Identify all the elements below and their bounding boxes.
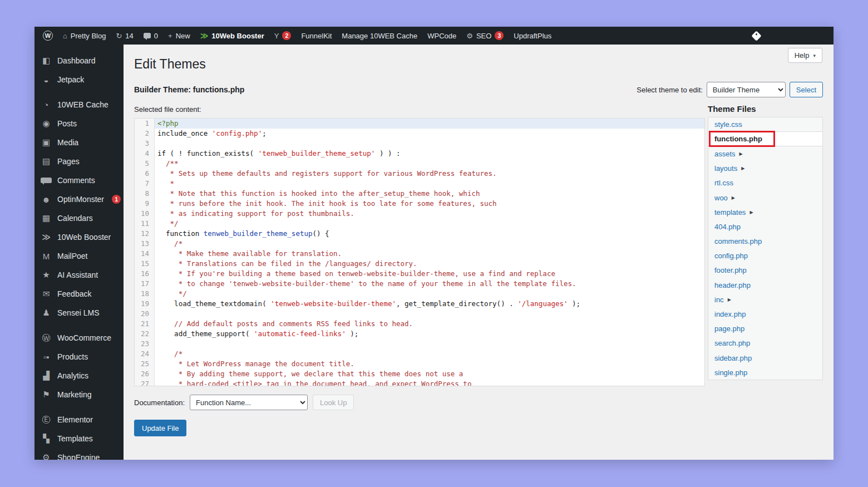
code-line[interactable]: 11 */ (135, 219, 704, 229)
adminbar-item-updates[interactable]: ↻14 (111, 27, 138, 45)
sidebar-item-shopengine[interactable]: ⚙ShopEngine (34, 448, 124, 460)
code-line[interactable]: 2include_once 'config.php'; (135, 129, 704, 139)
sidebar-item-dashboard[interactable]: ◧Dashboard (34, 51, 124, 70)
code-line[interactable]: 6 * Sets up theme defaults and registers… (135, 169, 704, 179)
theme-file-single-php[interactable]: single.php (708, 365, 822, 380)
adminbar-item-seo[interactable]: ⚙SEO3 (461, 27, 509, 45)
adminbar-item-tag[interactable] (748, 27, 765, 45)
theme-file-label: assets (714, 150, 736, 158)
adminbar-item-funnelkit-notifications[interactable]: Y2 (269, 27, 297, 45)
code-line[interactable]: 16 * If you're building a theme based on… (135, 269, 704, 279)
sidebar-item-label: OptinMonster (57, 195, 104, 204)
theme-file-label: layouts (714, 164, 737, 173)
sidebar-item-elementor[interactable]: ⒺElementor (34, 410, 124, 429)
code-line-text: /** (155, 159, 704, 169)
theme-files-title: Theme Files (708, 101, 823, 114)
code-line[interactable]: 4if ( ! function_exists( 'tenweb_builder… (135, 149, 704, 159)
code-line[interactable]: 25 * Let WordPress manage the document t… (135, 359, 704, 369)
sidebar-item-feedback[interactable]: ✉Feedback (34, 284, 124, 303)
code-line[interactable]: 15 * Translations can be filed in the /l… (135, 259, 704, 269)
sidebar-item-posts[interactable]: ◉Posts (34, 114, 124, 133)
theme-file-404-php[interactable]: 404.php (708, 219, 822, 234)
code-line[interactable]: 19 load_theme_textdomain( 'tenweb-websit… (135, 299, 704, 309)
code-line-text (155, 309, 704, 319)
sidebar-item-comments[interactable]: Comments (34, 171, 124, 190)
theme-select[interactable]: Builder Theme (707, 82, 786, 97)
lookup-button[interactable]: Look Up (313, 395, 354, 410)
code-line[interactable]: 12 function tenweb_builder_theme_setup()… (135, 229, 704, 239)
tag-icon (751, 31, 761, 41)
sidebar-item-media[interactable]: ▣Media (34, 133, 124, 152)
sidebar-item-analytics[interactable]: ▟Analytics (34, 366, 124, 385)
theme-file-style-css[interactable]: style.css (708, 117, 822, 132)
code-line[interactable]: 8 * Note that this function is hooked in… (135, 189, 704, 199)
adminbar-item-wpcode[interactable]: WPCode (422, 27, 461, 45)
theme-file-comments-php[interactable]: comments.php (708, 234, 822, 249)
sidebar-item-sensei-lms[interactable]: ♟Sensei LMS (34, 303, 124, 322)
adminbar-item-tenweb-booster[interactable]: ≫10Web Booster (195, 27, 269, 45)
code-line[interactable]: 5 /** (135, 159, 704, 169)
adminbar-item-comments[interactable]: 0 (139, 27, 163, 45)
elementor-icon: Ⓔ (41, 415, 52, 425)
code-line[interactable]: 18 */ (135, 289, 704, 299)
adminbar-item-manage-10web-cache[interactable]: Manage 10WEB Cache (337, 27, 422, 45)
theme-file-config-php[interactable]: config.php (708, 249, 822, 263)
theme-file-functions-php[interactable]: functions.php (708, 132, 822, 146)
code-line[interactable]: 20 (135, 309, 704, 319)
code-line[interactable]: 3 (135, 139, 704, 149)
adminbar-item-funnelkit[interactable]: FunnelKit (296, 27, 337, 45)
sidebar-item-10web-cache[interactable]: ◔10WEB Cache (34, 95, 124, 114)
theme-file-page-php[interactable]: page.php (708, 322, 822, 336)
theme-file-inc[interactable]: inc▶ (708, 292, 822, 307)
code-line[interactable]: 13 /* (135, 239, 704, 249)
marketing-icon: ⚑ (41, 390, 52, 400)
code-line[interactable]: 1<?php (135, 119, 704, 129)
code-line[interactable]: 21 // Add default posts and comments RSS… (135, 319, 704, 329)
theme-file-sidebar-php[interactable]: sidebar.php (708, 351, 822, 365)
theme-file-footer-php[interactable]: footer.php (708, 263, 822, 278)
code-line[interactable]: 24 /* (135, 349, 704, 359)
sidebar-item-optinmonster[interactable]: ☻OptinMonster1 (34, 190, 124, 209)
adminbar-item-site-name[interactable]: ⌂Pretty Blog (58, 27, 111, 45)
sidebar-item-marketing[interactable]: ⚑Marketing (34, 385, 124, 404)
code-line[interactable]: 9 * runs before the init hook. The init … (135, 199, 704, 209)
theme-file-templates[interactable]: templates▶ (708, 205, 822, 219)
code-line[interactable]: 10 * as indicating support for post thum… (135, 209, 704, 219)
sidebar-item-calendars[interactable]: ▦Calendars (34, 209, 124, 228)
sidebar-item-templates[interactable]: ▚Templates (34, 429, 124, 448)
help-button[interactable]: Help ▾ (788, 48, 822, 63)
code-line[interactable]: 17 * to change 'tenweb-website-builder-t… (135, 279, 704, 289)
sidebar-item-jetpack[interactable]: ◒Jetpack (34, 70, 124, 89)
editor-column: Selected file content: 1<?php2include_on… (134, 97, 705, 386)
update-file-button[interactable]: Update File (134, 420, 186, 436)
theme-file-header-php[interactable]: header.php (708, 278, 822, 292)
sidebar-item-products[interactable]: ▫▪Products (34, 347, 124, 366)
theme-file-index-php[interactable]: index.php (708, 307, 822, 321)
code-line[interactable]: 14 * Make theme available for translatio… (135, 249, 704, 259)
adminbar-item-wordpress-menu[interactable]: W (38, 27, 58, 45)
sidebar-item-woocommerce[interactable]: ⓌWooCommerce (34, 328, 124, 347)
theme-file-rtl-css[interactable]: rtl.css (708, 176, 822, 190)
code-line[interactable]: 27 * hard-coded <title> tag in the docum… (135, 379, 704, 386)
theme-file-assets[interactable]: assets▶ (708, 146, 822, 161)
code-line[interactable]: 22 add_theme_support( 'automatic-feed-li… (135, 329, 704, 339)
code-line[interactable]: 23 (135, 339, 704, 349)
sidebar-item-pages[interactable]: ▤Pages (34, 152, 124, 171)
theme-header-row: Builder Theme: functions.php Select them… (134, 82, 823, 97)
theme-file-layouts[interactable]: layouts▶ (708, 161, 822, 176)
sidebar-separator (34, 89, 124, 95)
y-funnel-icon: Y (274, 32, 279, 40)
sidebar-item-10web-booster[interactable]: ≫10Web Booster (34, 228, 124, 247)
adminbar-item-updraftplus[interactable]: UpdraftPlus (509, 27, 556, 45)
theme-file-woo[interactable]: woo▶ (708, 190, 822, 205)
documentation-select[interactable]: Function Name... (190, 395, 308, 410)
code-line[interactable]: 26 * By adding theme support, we declare… (135, 369, 704, 379)
theme-file-label: woo (714, 194, 728, 202)
code-editor[interactable]: 1<?php2include_once 'config.php';34if ( … (134, 118, 705, 386)
sidebar-item-ai-assistant[interactable]: ★AI Assistant (34, 265, 124, 284)
code-line[interactable]: 7 * (135, 179, 704, 189)
adminbar-item-new-content[interactable]: +New (163, 27, 195, 45)
theme-file-search-php[interactable]: search.php (708, 336, 822, 351)
sidebar-item-mailpoet[interactable]: MMailPoet (34, 247, 124, 265)
select-theme-button[interactable]: Select (790, 82, 823, 97)
